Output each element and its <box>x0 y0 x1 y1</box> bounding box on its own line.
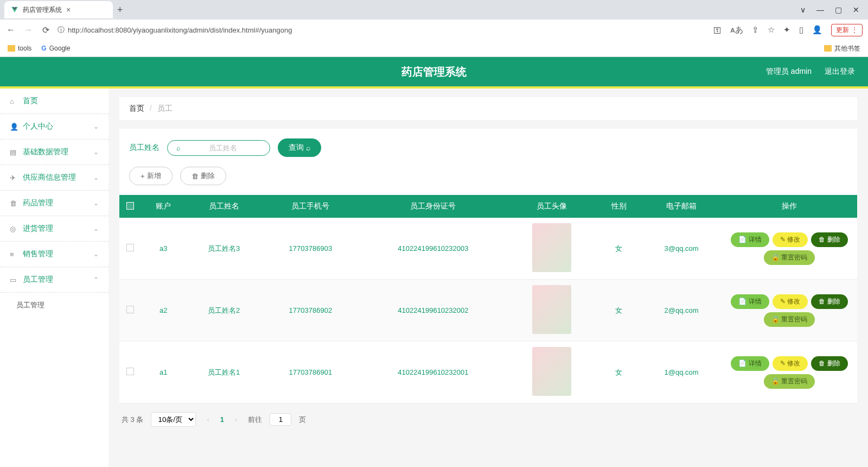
next-page[interactable]: › <box>232 415 240 424</box>
edit-button[interactable]: ✎ 修改 <box>773 232 808 247</box>
translate-icon[interactable]: ᴀあ <box>730 25 743 35</box>
search-input[interactable] <box>185 144 261 152</box>
update-button[interactable]: 更新⋮ <box>831 24 863 36</box>
edit-button[interactable]: ✎ 修改 <box>773 294 808 309</box>
forward-button[interactable]: → <box>23 25 34 35</box>
detail-button[interactable]: 📄 详情 <box>731 232 769 247</box>
list-icon: ≡ <box>10 250 17 258</box>
page-size-select[interactable]: 10条/页 <box>151 412 196 427</box>
col-idcard: 员工身份证号 <box>359 195 507 218</box>
avatar-image <box>532 285 571 334</box>
trash-icon: 🗑 <box>192 172 199 180</box>
detail-button[interactable]: 📄 详情 <box>731 356 769 371</box>
cell-account: a3 <box>141 218 186 280</box>
chevron-down-icon: ⌄ <box>93 123 99 130</box>
col-email: 电子邮箱 <box>641 195 722 218</box>
tab-bar: 药店管理系统 × + ∨ — ▢ ✕ <box>0 0 868 20</box>
sidebar-sub-employee[interactable]: 员工管理 <box>0 293 108 318</box>
total-count: 共 3 条 <box>122 415 143 425</box>
sidebar-item-basedata[interactable]: ▤基础数据管理⌄ <box>0 140 108 165</box>
goto-input[interactable] <box>270 413 291 426</box>
reload-button[interactable]: ⟳ <box>40 25 51 35</box>
sidebar-item-sales[interactable]: ≡销售管理⌄ <box>0 242 108 267</box>
query-button[interactable]: 查询⌕ <box>278 138 321 157</box>
extension-icon[interactable]: ✦ <box>783 25 790 35</box>
trash-icon: 🗑 <box>10 199 17 207</box>
pagination: 共 3 条 10条/页 ‹ 1 › 前往 页 <box>119 403 857 436</box>
back-button[interactable]: ← <box>5 25 16 35</box>
breadcrumb-separator: / <box>150 104 152 112</box>
cell-phone: 17703786903 <box>262 218 359 280</box>
cell-avatar <box>507 280 597 342</box>
sidebar-item-profile[interactable]: 👤个人中心⌄ <box>0 114 108 140</box>
minimize-icon[interactable]: — <box>816 5 824 14</box>
admin-label[interactable]: 管理员 admin <box>766 67 812 77</box>
row-checkbox[interactable] <box>126 368 134 375</box>
detail-button[interactable]: 📄 详情 <box>731 294 769 309</box>
url-box[interactable]: ⓘ http://localhost:8080/yiyaoguanlixiton… <box>58 25 707 35</box>
tab-close-icon[interactable]: × <box>66 5 71 14</box>
cell-gender: 女 <box>597 280 641 342</box>
sidebar-item-medicine[interactable]: 🗑药品管理⌄ <box>0 191 108 216</box>
avatar-image <box>532 223 571 272</box>
goto-prefix: 前往 <box>248 415 262 425</box>
profile-icon[interactable]: 👤 <box>812 25 822 35</box>
col-avatar: 员工头像 <box>507 195 597 218</box>
cell-name: 员工姓名2 <box>186 280 262 342</box>
share-icon[interactable]: ⇪ <box>752 25 759 35</box>
bookmarks-bar: tools GGoogle 其他书签 <box>0 40 868 56</box>
app-title: 药店管理系统 <box>401 65 467 79</box>
close-window-icon[interactable]: ✕ <box>853 5 859 14</box>
cell-avatar <box>507 342 597 403</box>
delete-row-button[interactable]: 🗑 删除 <box>811 356 847 371</box>
new-tab-button[interactable]: + <box>117 4 123 16</box>
sidebar-item-supplier[interactable]: ✈供应商信息管理⌄ <box>0 165 108 191</box>
user-icon: 👤 <box>10 123 17 131</box>
data-icon: ▤ <box>10 148 17 156</box>
row-checkbox[interactable] <box>126 244 134 251</box>
chevron-down-icon: ⌄ <box>93 199 99 207</box>
avatar-image <box>532 347 571 396</box>
prev-page[interactable]: ‹ <box>203 415 212 424</box>
dropdown-icon[interactable]: ∨ <box>800 5 806 14</box>
chevron-up-icon: ⌃ <box>93 276 99 283</box>
panel-icon[interactable]: ▯ <box>799 25 803 35</box>
url-text: http://localhost:8080/yiyaoguanlixitong/… <box>68 26 292 34</box>
sidebar-item-home[interactable]: ⌂首页 <box>0 89 108 114</box>
star-icon[interactable]: ☆ <box>768 25 775 35</box>
browser-chrome: 药店管理系统 × + ∨ — ▢ ✕ ← → ⟳ ⓘ http://localh… <box>0 0 868 57</box>
browser-tab[interactable]: 药店管理系统 × <box>4 1 113 18</box>
breadcrumb-home[interactable]: 首页 <box>129 104 144 112</box>
select-all-checkbox[interactable] <box>126 202 134 210</box>
row-checkbox[interactable] <box>126 306 134 313</box>
cell-phone: 17703786902 <box>262 280 359 342</box>
cell-account: a1 <box>141 342 186 403</box>
search-label: 员工姓名 <box>129 143 159 153</box>
delete-button[interactable]: 🗑删除 <box>180 167 226 185</box>
logout-link[interactable]: 退出登录 <box>825 67 855 77</box>
main-content: 首页 / 员工 员工姓名 ⌕ 查询⌕ +新增 🗑删除 <box>108 89 868 467</box>
add-button[interactable]: +新增 <box>129 167 173 185</box>
address-bar: ← → ⟳ ⓘ http://localhost:8080/yiyaoguanl… <box>0 20 868 40</box>
cell-email: 3@qq.com <box>641 218 722 280</box>
chevron-down-icon: ⌄ <box>93 174 99 181</box>
info-icon[interactable]: ⓘ <box>58 25 65 35</box>
key-icon[interactable]: ⚿ <box>713 26 722 35</box>
reset-pwd-button[interactable]: 🔒 重置密码 <box>764 312 815 327</box>
maximize-icon[interactable]: ▢ <box>835 5 842 14</box>
reset-pwd-button[interactable]: 🔒 重置密码 <box>764 250 815 265</box>
reset-pwd-button[interactable]: 🔒 重置密码 <box>764 374 815 389</box>
breadcrumb-current: 员工 <box>157 104 173 112</box>
folder-icon <box>824 45 832 52</box>
cell-phone: 17703786901 <box>262 342 359 403</box>
sidebar-item-purchase[interactable]: ◎进货管理⌄ <box>0 216 108 242</box>
current-page[interactable]: 1 <box>220 415 224 424</box>
bookmark-other[interactable]: 其他书签 <box>824 44 860 53</box>
delete-row-button[interactable]: 🗑 删除 <box>811 294 847 309</box>
sidebar-item-employee[interactable]: ▭员工管理⌃ <box>0 267 108 293</box>
bookmark-tools[interactable]: tools <box>8 45 31 52</box>
app-header: 药店管理系统 管理员 admin 退出登录 <box>0 57 868 89</box>
edit-button[interactable]: ✎ 修改 <box>773 356 808 371</box>
delete-row-button[interactable]: 🗑 删除 <box>811 232 847 247</box>
bookmark-google[interactable]: GGoogle <box>41 45 70 52</box>
